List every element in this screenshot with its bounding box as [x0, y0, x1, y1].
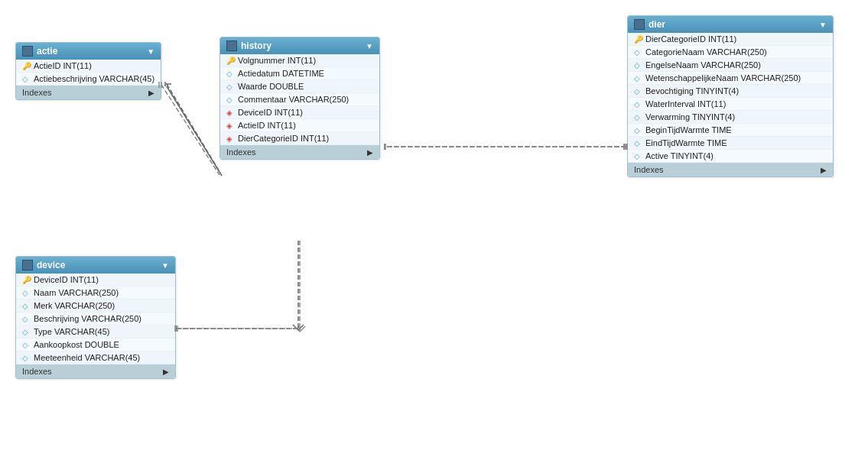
diamond-icon: ◇ — [634, 48, 642, 56]
svg-line-10 — [298, 325, 304, 330]
indexes-label: Indexes — [226, 147, 256, 157]
field-dier-6: Verwarming TINYINT(4) — [645, 112, 735, 121]
field-dier-8: EindTijdWarmte TIME — [645, 138, 727, 147]
field-dier-2: EngelseNaam VARCHAR(250) — [645, 60, 761, 70]
field-device-4: Type VARCHAR(45) — [34, 327, 109, 336]
table-actie-indexes[interactable]: Indexes ▶ — [16, 86, 161, 99]
table-history: history ▼ 🔑 Volgnummer INT(11) ◇ Actieda… — [219, 37, 380, 160]
table-dier-row-2: ◇ EngelseNaam VARCHAR(250) — [628, 59, 833, 72]
field-dier-4: Bevochtiging TINYINT(4) — [645, 86, 739, 96]
indexes-arrow: ▶ — [367, 148, 373, 157]
table-history-indexes[interactable]: Indexes ▶ — [220, 145, 379, 159]
table-actie-header: actie ▼ — [16, 43, 161, 60]
table-actie-icon — [22, 46, 33, 57]
diamond-icon: ◇ — [634, 139, 642, 147]
table-actie-row-1: ◇ Actiebeschrijving VARCHAR(45) — [16, 73, 161, 86]
table-dier-arrow[interactable]: ▼ — [819, 21, 827, 29]
key-icon: 🔑 — [634, 35, 642, 43]
table-device-icon — [22, 260, 33, 270]
table-dier-indexes[interactable]: Indexes ▶ — [628, 163, 833, 176]
diamond-icon: ◇ — [634, 126, 642, 134]
key-icon: 🔑 — [226, 57, 234, 64]
field-actie-1: Actiebeschrijving VARCHAR(45) — [34, 74, 154, 83]
table-dier-row-3: ◇ WetenschappelijkeNaam VARCHAR(250) — [628, 72, 833, 85]
indexes-arrow: ▶ — [148, 89, 154, 97]
svg-line-0 — [167, 86, 222, 176]
diamond-icon: ◇ — [634, 100, 642, 108]
table-dier-title: dier — [649, 19, 665, 30]
diamond-icon: ◇ — [634, 61, 642, 69]
diamond-icon: ◇ — [22, 289, 30, 296]
table-device-row-3: ◇ Beschrijving VARCHAR(250) — [16, 312, 175, 325]
table-history-row-5: ◈ ActieID INT(11) — [220, 119, 379, 132]
svg-line-23 — [294, 326, 300, 332]
diamond-red-icon: ◈ — [226, 134, 234, 142]
table-dier-row-4: ◇ Bevochtiging TINYINT(4) — [628, 85, 833, 98]
diamond-red-icon: ◈ — [226, 108, 234, 116]
diamond-red-icon: ◈ — [226, 121, 234, 129]
table-device-row-0: 🔑 DeviceID INT(11) — [16, 274, 175, 287]
diamond-icon: ◇ — [22, 341, 30, 348]
table-dier-row-6: ◇ Verwarming TINYINT(4) — [628, 111, 833, 124]
table-dier-header: dier ▼ — [628, 16, 833, 33]
diamond-icon: ◇ — [634, 74, 642, 82]
table-device-row-2: ◇ Merk VARCHAR(250) — [16, 300, 175, 312]
indexes-label: Indexes — [634, 165, 664, 174]
diamond-icon: ◇ — [634, 113, 642, 121]
table-dier-row-9: ◇ Active TINYINT(4) — [628, 150, 833, 163]
table-history-row-1: ◇ Actiedatum DATETIME — [220, 67, 379, 80]
diagram-canvas: actie ▼ 🔑 ActieID INT(11) ◇ Actiebeschri… — [0, 0, 868, 476]
field-history-6: DierCategorieID INT(11) — [238, 134, 329, 143]
table-device-indexes[interactable]: Indexes ▶ — [16, 364, 175, 378]
table-history-row-3: ◇ Commentaar VARCHAR(250) — [220, 93, 379, 106]
svg-line-9 — [293, 325, 298, 330]
field-actie-0: ActieID INT(11) — [34, 61, 92, 70]
field-history-3: Commentaar VARCHAR(250) — [238, 95, 349, 104]
diamond-icon: ◇ — [22, 75, 30, 83]
table-dier: dier ▼ 🔑 DierCategorieID INT(11) ◇ Categ… — [627, 15, 834, 177]
diamond-icon: ◇ — [226, 83, 234, 90]
field-device-2: Merk VARCHAR(250) — [34, 301, 115, 310]
svg-line-24 — [300, 326, 305, 332]
field-history-0: Volgnummer INT(11) — [238, 56, 316, 65]
table-device-row-5: ◇ Aankoopkost DOUBLE — [16, 338, 175, 351]
table-dier-row-8: ◇ EindTijdWarmte TIME — [628, 137, 833, 150]
diamond-icon: ◇ — [22, 328, 30, 335]
table-device-title: device — [37, 260, 65, 270]
diamond-icon: ◇ — [226, 70, 234, 77]
table-history-row-4: ◈ DeviceID INT(11) — [220, 106, 379, 119]
table-device-row-1: ◇ Naam VARCHAR(250) — [16, 287, 175, 300]
field-device-1: Naam VARCHAR(250) — [34, 288, 119, 297]
table-history-title: history — [241, 40, 271, 51]
field-dier-1: CategorieNaam VARCHAR(250) — [645, 47, 767, 57]
diamond-icon: ◇ — [22, 315, 30, 322]
field-device-0: DeviceID INT(11) — [34, 275, 99, 284]
diamond-icon: ◇ — [634, 152, 642, 160]
diamond-icon: ◇ — [634, 87, 642, 95]
table-dier-row-1: ◇ CategorieNaam VARCHAR(250) — [628, 46, 833, 59]
table-device-arrow[interactable]: ▼ — [161, 261, 169, 270]
table-device-row-4: ◇ Type VARCHAR(45) — [16, 325, 175, 338]
field-dier-5: WaterInterval INT(11) — [645, 99, 726, 108]
field-history-2: Waarde DOUBLE — [238, 82, 304, 91]
key-icon: 🔑 — [22, 62, 30, 70]
key-icon: 🔑 — [22, 276, 30, 283]
indexes-arrow: ▶ — [821, 166, 827, 174]
field-dier-7: BeginTijdWarmte TIME — [645, 125, 732, 134]
svg-line-3 — [167, 84, 220, 173]
field-history-4: DeviceID INT(11) — [238, 108, 303, 117]
field-dier-9: Active TINYINT(4) — [645, 151, 714, 160]
field-dier-3: WetenschappelijkeNaam VARCHAR(250) — [645, 73, 801, 83]
table-history-row-2: ◇ Waarde DOUBLE — [220, 80, 379, 93]
table-device-header: device ▼ — [16, 257, 175, 274]
diamond-icon: ◇ — [226, 96, 234, 103]
svg-line-15 — [161, 85, 219, 175]
indexes-arrow: ▶ — [163, 368, 169, 376]
table-history-row-6: ◈ DierCategorieID INT(11) — [220, 132, 379, 145]
table-actie-arrow[interactable]: ▼ — [147, 47, 154, 56]
table-history-arrow[interactable]: ▼ — [366, 42, 373, 50]
field-device-6: Meeteenheid VARCHAR(45) — [34, 353, 140, 362]
diamond-icon: ◇ — [22, 302, 30, 309]
indexes-label: Indexes — [22, 367, 52, 376]
table-actie: actie ▼ 🔑 ActieID INT(11) ◇ Actiebeschri… — [15, 42, 161, 100]
